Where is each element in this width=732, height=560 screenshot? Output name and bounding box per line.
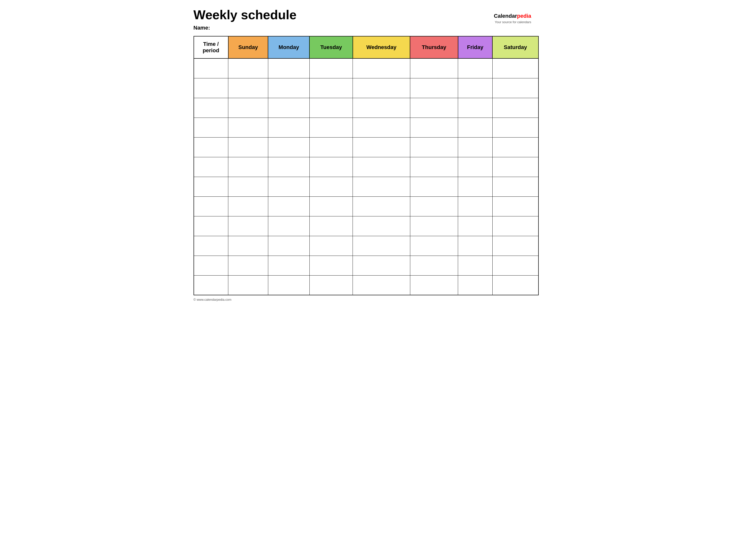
day-cell[interactable] xyxy=(492,275,538,295)
day-cell[interactable] xyxy=(353,58,410,78)
time-cell[interactable] xyxy=(194,177,228,196)
time-cell[interactable] xyxy=(194,98,228,118)
day-cell[interactable] xyxy=(458,196,493,216)
day-cell[interactable] xyxy=(410,98,458,118)
day-cell[interactable] xyxy=(353,98,410,118)
day-cell[interactable] xyxy=(458,236,493,256)
day-cell[interactable] xyxy=(410,177,458,196)
day-cell[interactable] xyxy=(228,58,268,78)
time-cell[interactable] xyxy=(194,157,228,177)
day-cell[interactable] xyxy=(309,256,353,275)
day-cell[interactable] xyxy=(410,236,458,256)
time-cell[interactable] xyxy=(194,256,228,275)
page-title: Weekly schedule xyxy=(194,7,539,22)
day-cell[interactable] xyxy=(353,137,410,157)
day-cell[interactable] xyxy=(268,58,309,78)
day-cell[interactable] xyxy=(353,196,410,216)
day-cell[interactable] xyxy=(268,275,309,295)
day-cell[interactable] xyxy=(492,177,538,196)
day-cell[interactable] xyxy=(410,157,458,177)
day-cell[interactable] xyxy=(458,78,493,98)
day-cell[interactable] xyxy=(268,216,309,236)
day-cell[interactable] xyxy=(309,177,353,196)
day-cell[interactable] xyxy=(410,196,458,216)
time-cell[interactable] xyxy=(194,196,228,216)
day-cell[interactable] xyxy=(458,137,493,157)
day-cell[interactable] xyxy=(228,78,268,98)
day-cell[interactable] xyxy=(410,216,458,236)
day-cell[interactable] xyxy=(353,177,410,196)
day-cell[interactable] xyxy=(228,118,268,137)
day-cell[interactable] xyxy=(353,78,410,98)
day-cell[interactable] xyxy=(353,275,410,295)
day-cell[interactable] xyxy=(410,78,458,98)
day-cell[interactable] xyxy=(410,118,458,137)
day-cell[interactable] xyxy=(309,275,353,295)
day-cell[interactable] xyxy=(492,137,538,157)
time-cell[interactable] xyxy=(194,236,228,256)
day-cell[interactable] xyxy=(309,58,353,78)
time-cell[interactable] xyxy=(194,275,228,295)
logo-tagline: Your source for calendars xyxy=(494,20,531,24)
time-cell[interactable] xyxy=(194,137,228,157)
day-cell[interactable] xyxy=(492,118,538,137)
day-cell[interactable] xyxy=(410,275,458,295)
day-cell[interactable] xyxy=(268,236,309,256)
day-cell[interactable] xyxy=(353,216,410,236)
time-cell[interactable] xyxy=(194,216,228,236)
day-cell[interactable] xyxy=(458,275,493,295)
day-cell[interactable] xyxy=(228,256,268,275)
day-cell[interactable] xyxy=(458,157,493,177)
day-cell[interactable] xyxy=(268,196,309,216)
day-cell[interactable] xyxy=(458,216,493,236)
day-cell[interactable] xyxy=(268,118,309,137)
day-cell[interactable] xyxy=(268,78,309,98)
day-cell[interactable] xyxy=(309,157,353,177)
day-cell[interactable] xyxy=(492,78,538,98)
day-cell[interactable] xyxy=(410,58,458,78)
time-cell[interactable] xyxy=(194,118,228,137)
day-cell[interactable] xyxy=(458,256,493,275)
day-cell[interactable] xyxy=(268,98,309,118)
day-cell[interactable] xyxy=(309,98,353,118)
day-cell[interactable] xyxy=(353,157,410,177)
day-cell[interactable] xyxy=(309,216,353,236)
day-cell[interactable] xyxy=(458,118,493,137)
day-cell[interactable] xyxy=(228,196,268,216)
day-cell[interactable] xyxy=(492,58,538,78)
day-cell[interactable] xyxy=(309,118,353,137)
day-cell[interactable] xyxy=(268,157,309,177)
day-cell[interactable] xyxy=(309,236,353,256)
day-cell[interactable] xyxy=(228,236,268,256)
name-label: Name: xyxy=(194,25,539,31)
day-cell[interactable] xyxy=(492,157,538,177)
day-cell[interactable] xyxy=(228,275,268,295)
day-cell[interactable] xyxy=(353,236,410,256)
time-cell[interactable] xyxy=(194,78,228,98)
day-cell[interactable] xyxy=(309,137,353,157)
day-cell[interactable] xyxy=(228,137,268,157)
day-cell[interactable] xyxy=(353,256,410,275)
day-cell[interactable] xyxy=(353,118,410,137)
day-cell[interactable] xyxy=(228,177,268,196)
day-cell[interactable] xyxy=(228,157,268,177)
day-cell[interactable] xyxy=(492,236,538,256)
day-cell[interactable] xyxy=(228,216,268,236)
day-cell[interactable] xyxy=(458,58,493,78)
day-cell[interactable] xyxy=(268,177,309,196)
day-cell[interactable] xyxy=(458,98,493,118)
day-cell[interactable] xyxy=(458,177,493,196)
day-cell[interactable] xyxy=(309,78,353,98)
table-row xyxy=(194,137,538,157)
day-cell[interactable] xyxy=(410,256,458,275)
day-cell[interactable] xyxy=(492,196,538,216)
day-cell[interactable] xyxy=(228,98,268,118)
day-cell[interactable] xyxy=(410,137,458,157)
time-cell[interactable] xyxy=(194,58,228,78)
day-cell[interactable] xyxy=(492,256,538,275)
day-cell[interactable] xyxy=(268,137,309,157)
day-cell[interactable] xyxy=(492,98,538,118)
day-cell[interactable] xyxy=(268,256,309,275)
day-cell[interactable] xyxy=(492,216,538,236)
day-cell[interactable] xyxy=(309,196,353,216)
